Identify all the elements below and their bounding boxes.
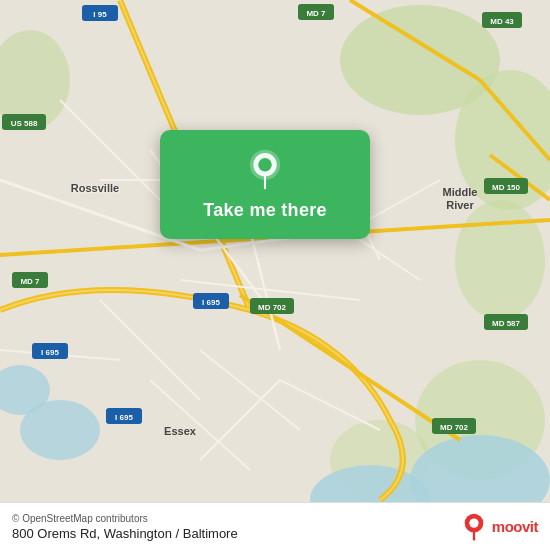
popup-card: Take me there xyxy=(160,130,370,239)
svg-text:I 695: I 695 xyxy=(41,348,59,357)
svg-point-64 xyxy=(258,158,271,171)
svg-text:MD 7: MD 7 xyxy=(20,277,40,286)
svg-text:MD 43: MD 43 xyxy=(490,17,514,26)
svg-point-3 xyxy=(455,200,545,320)
svg-text:Essex: Essex xyxy=(164,425,197,437)
take-me-there-button[interactable]: Take me there xyxy=(203,200,327,221)
svg-text:I 95: I 95 xyxy=(93,10,107,19)
location-pin-icon xyxy=(244,148,286,190)
svg-text:I 695: I 695 xyxy=(115,413,133,422)
svg-text:MD 702: MD 702 xyxy=(440,423,469,432)
svg-text:Rossville: Rossville xyxy=(71,182,119,194)
map-attribution: © OpenStreetMap contributors xyxy=(12,513,238,524)
moovit-wordmark: moovit xyxy=(492,518,538,535)
svg-text:River: River xyxy=(446,199,474,211)
address-label: 800 Orems Rd, Washington / Baltimore xyxy=(12,526,238,541)
map-container: I 95 MD 7 MD 43 MD 150 MD 587 MD 702 MD … xyxy=(0,0,550,550)
moovit-pin-icon xyxy=(460,513,488,541)
svg-text:MD 7: MD 7 xyxy=(306,9,326,18)
svg-text:Middle: Middle xyxy=(443,186,478,198)
moovit-logo: moovit xyxy=(460,513,538,541)
svg-point-66 xyxy=(469,518,478,527)
svg-text:MD 587: MD 587 xyxy=(492,319,521,328)
svg-text:MD 702: MD 702 xyxy=(258,303,287,312)
svg-text:US 588: US 588 xyxy=(11,119,38,128)
bottom-bar: © OpenStreetMap contributors 800 Orems R… xyxy=(0,502,550,550)
svg-text:MD 150: MD 150 xyxy=(492,183,521,192)
svg-text:I 695: I 695 xyxy=(202,298,220,307)
svg-point-10 xyxy=(20,400,100,460)
map-background: I 95 MD 7 MD 43 MD 150 MD 587 MD 702 MD … xyxy=(0,0,550,510)
